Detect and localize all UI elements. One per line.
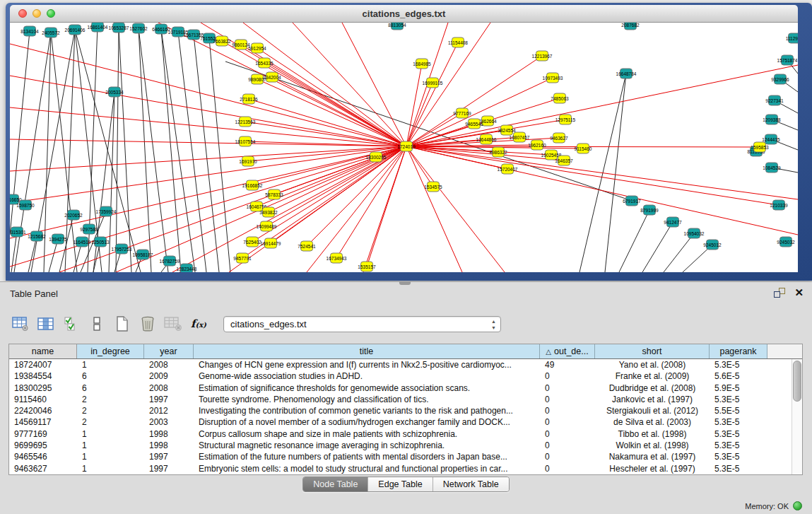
table-row[interactable]: 946554611997Estimation of the future num… [9,451,792,462]
rows-icon[interactable] [86,312,107,336]
graph-node[interactable]: 1209388 [763,115,781,124]
graph-node[interactable]: 16782759 [160,256,180,266]
graph-node[interactable]: 20691406 [65,25,86,35]
graph-node[interactable]: 9245012 [703,240,722,250]
graph-node[interactable]: 1527602 [129,23,148,33]
graph-node[interactable]: 16914479 [261,238,281,248]
graph-node[interactable]: 11154408 [448,37,468,47]
column-header-in-degree[interactable]: in_degree [77,344,144,358]
graph-node[interactable]: 12213563 [235,117,256,127]
graph-node[interactable]: 1164519 [73,237,91,247]
table-scrollbar[interactable] [792,359,802,474]
graph-node[interactable]: 9457791 [233,253,252,263]
zoom-window-icon[interactable] [47,9,55,18]
table-row[interactable]: 1872400712008Changes of HCN gene express… [9,359,792,370]
float-window-icon[interactable] [774,288,785,298]
graph-node[interactable]: 1534575 [424,182,442,192]
svg-text:20691406: 20691406 [65,28,86,33]
graph-node[interactable]: 1250513 [91,237,110,247]
table-row[interactable]: 911546021997Tourette syndrome. Phenomeno… [9,394,792,405]
graph-node[interactable]: 12213967 [532,51,553,61]
table-row[interactable]: 969969511998Structural magnetic resonanc… [9,440,792,451]
graph-node[interactable]: 16648784 [616,69,637,78]
column-header-pagerank[interactable]: pagerank [710,344,767,358]
select-all-icon[interactable] [61,312,82,336]
graph-node[interactable]: 1535157 [358,262,376,271]
table-cell: 2008 [144,382,194,394]
graph-node[interactable]: 5878333 [265,189,283,199]
graph-node[interactable]: 9329966 [771,74,789,84]
svg-text:1684985: 1684985 [413,62,431,66]
table-cell: 5.6E-5 [710,370,767,382]
table-settings-icon[interactable] [10,312,31,336]
graph-node[interactable]: 2087682 [621,23,640,30]
graph-node[interactable]: 7485063 [551,93,569,103]
graph-node[interactable]: 6791917 [623,196,641,206]
close-window-icon[interactable] [18,9,27,18]
graph-node[interactable]: 1962160 [528,140,546,150]
tab-edge-table[interactable]: Edge Table [368,477,433,491]
table-row[interactable]: 2242004622012Investigating the contribut… [9,405,792,416]
tab-node-table[interactable]: Node Table [303,477,368,491]
graph-node[interactable]: 9297588 [80,224,98,234]
graph-node[interactable]: 10653287 [109,23,129,33]
tab-network-table[interactable]: Network Table [433,477,509,491]
close-icon[interactable]: ✕ [794,286,804,299]
graph-node[interactable]: 19166852 [242,180,263,190]
table-row[interactable]: 1830029562008Estimation of significance … [9,382,792,394]
graph-node[interactable]: 17359924 [96,206,117,216]
graph-node[interactable]: 2405572 [42,28,60,37]
graph-node[interactable]: 5912954 [248,43,266,53]
network-canvas[interactable]: 1724019813410424055722069140616861404106… [10,23,798,272]
graph-node[interactable]: 8791999 [640,205,659,215]
graph-node[interactable]: 8813054 [388,23,406,30]
graph-node[interactable]: 1084529 [763,163,781,173]
graph-node[interactable]: 1215682 [28,231,46,241]
column-header-title[interactable]: title [194,344,540,358]
minimize-window-icon[interactable] [33,9,41,18]
graph-node[interactable]: 9115460 [575,144,592,153]
function-icon[interactable]: f(x) [188,312,209,336]
graph-node[interactable]: 1691970 [239,156,257,166]
graph-node[interactable]: 10954032 [684,228,705,238]
graph-node[interactable]: 1210339 [770,200,788,210]
graph-node[interactable]: 16861404 [88,23,108,32]
graph-node[interactable]: 2718126 [240,94,258,104]
new-document-icon[interactable] [112,312,133,336]
graph-node[interactable]: 16734943 [326,253,347,263]
column-header-name[interactable]: name [9,344,77,358]
graph-node[interactable]: 1394275 [49,234,67,244]
table-scrollbar-thumb[interactable] [793,361,801,402]
column-header-out-degree[interactable]: △out_de... [540,344,595,358]
table-row[interactable]: 1456911722003Disruption of a novel membe… [9,416,792,428]
graph-node[interactable]: 1684985 [413,59,431,69]
graph-node[interactable]: 8134104 [20,26,39,36]
graph-node[interactable]: 18107554 [235,136,256,146]
table-cell: 22420046 [9,405,77,416]
svg-text:10973493: 10973493 [543,76,563,81]
graph-node[interactable]: 14099489 [257,221,277,231]
column-header-year[interactable]: year [144,344,194,358]
graph-node[interactable]: 12975115 [555,115,576,124]
graph-node[interactable]: 9463627 [550,133,568,143]
graph-node[interactable]: 9412477 [664,217,682,227]
delete-table-icon[interactable] [163,312,184,336]
memory-status-icon[interactable] [793,501,802,510]
graph-node[interactable]: 7625402 [243,237,261,247]
table-columns-icon[interactable] [35,312,57,336]
graph-node[interactable]: 9245032 [777,237,795,247]
network-window-titlebar[interactable]: citations_edges.txt [10,5,798,23]
svg-text:9457791: 9457791 [233,256,252,261]
table-row[interactable]: 1938455462009Genome-wide association stu… [9,370,792,382]
table-row[interactable]: 977716911998Corpus callosum shape and si… [9,428,792,440]
trash-icon[interactable] [137,312,158,336]
graph-node[interactable]: 1112960 [786,33,798,43]
column-header-short[interactable]: short [595,344,710,358]
graph-node[interactable]: 7524541 [298,241,316,251]
graph-node[interactable]: 13644866 [476,134,497,144]
table-row[interactable]: 946362711997Embryonic stem cells: a mode… [9,463,792,474]
table-selector-dropdown[interactable]: citations_edges.txt ▲▼ [223,316,501,332]
graph-node[interactable]: 15720407 [498,164,518,174]
svg-text:1535157: 1535157 [358,264,376,269]
graph-node[interactable]: 15751874 [777,55,798,65]
